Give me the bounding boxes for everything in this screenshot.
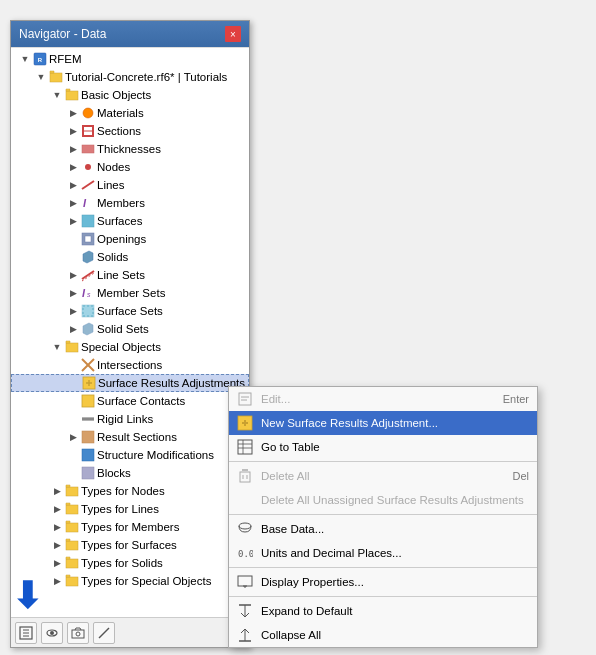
tree-item-types-nodes[interactable]: ▶ Types for Nodes bbox=[11, 482, 249, 500]
expand-thicknesses[interactable]: ▶ bbox=[67, 143, 79, 155]
context-edit-label: Edit... bbox=[261, 393, 493, 405]
context-menu-edit[interactable]: Edit... Enter bbox=[229, 387, 537, 411]
tree-area[interactable]: ▼ R RFEM ▼ Tutorial-Concrete.rf6* | Tuto… bbox=[11, 47, 249, 617]
expand-lines[interactable]: ▶ bbox=[67, 179, 79, 191]
expand-sections[interactable]: ▶ bbox=[67, 125, 79, 137]
context-separator-4 bbox=[229, 596, 537, 597]
context-menu-base-data[interactable]: Base Data... bbox=[229, 517, 537, 541]
tree-item-structure-mod[interactable]: ▶ Structure Modifications bbox=[11, 446, 249, 464]
tree-item-rigid-links[interactable]: ▶ Rigid Links bbox=[11, 410, 249, 428]
context-separator-3 bbox=[229, 567, 537, 568]
tree-item-sra[interactable]: ▶ Surface Results Adjustments bbox=[11, 374, 249, 392]
tree-item-types-lines[interactable]: ▶ Types for Lines bbox=[11, 500, 249, 518]
tree-item-linesets[interactable]: ▶ Line Sets bbox=[11, 266, 249, 284]
tutorial-label: Tutorial-Concrete.rf6* | Tutorials bbox=[65, 71, 227, 83]
context-display-label: Display Properties... bbox=[261, 576, 529, 588]
expand-linesets[interactable]: ▶ bbox=[67, 269, 79, 281]
svg-rect-3 bbox=[66, 91, 78, 100]
context-menu-new-sra[interactable]: New Surface Results Adjustment... bbox=[229, 411, 537, 435]
tree-item-tutorial[interactable]: ▼ Tutorial-Concrete.rf6* | Tutorials bbox=[11, 68, 249, 86]
expand-types-special[interactable]: ▶ bbox=[51, 575, 63, 587]
delete-icon bbox=[235, 468, 255, 484]
toolbar-camera-btn[interactable] bbox=[67, 622, 89, 644]
tree-item-basic-objects[interactable]: ▼ Basic Objects bbox=[11, 86, 249, 104]
tree-item-rfem[interactable]: ▼ R RFEM bbox=[11, 50, 249, 68]
tree-item-blocks[interactable]: ▶ Blocks bbox=[11, 464, 249, 482]
tree-item-surfacesets[interactable]: ▶ Surface Sets bbox=[11, 302, 249, 320]
tree-item-result-sections[interactable]: ▶ Result Sections bbox=[11, 428, 249, 446]
blocks-label: Blocks bbox=[97, 467, 131, 479]
svg-text:I: I bbox=[83, 197, 87, 209]
expand-icon bbox=[235, 603, 255, 619]
types-surfaces-label: Types for Surfaces bbox=[81, 539, 177, 551]
tree-item-types-special[interactable]: ▶ Types for Special Objects bbox=[11, 572, 249, 590]
base-data-icon bbox=[235, 521, 255, 537]
tree-item-intersections[interactable]: ▶ Intersections bbox=[11, 356, 249, 374]
expand-special[interactable]: ▼ bbox=[51, 341, 63, 353]
tree-item-thicknesses[interactable]: ▶ Thicknesses bbox=[11, 140, 249, 158]
lines-icon bbox=[81, 178, 95, 192]
types-special-label: Types for Special Objects bbox=[81, 575, 211, 587]
svg-line-50 bbox=[107, 628, 109, 630]
tree-item-surfaces[interactable]: ▶ Surfaces bbox=[11, 212, 249, 230]
svg-rect-67 bbox=[238, 576, 252, 586]
structure-mod-icon bbox=[81, 448, 95, 462]
tree-item-surface-contacts[interactable]: ▶ Surface Contacts bbox=[11, 392, 249, 410]
context-delete-shortcut: Del bbox=[512, 470, 529, 482]
context-menu-display-props[interactable]: Display Properties... bbox=[229, 570, 537, 594]
title-bar: Navigator - Data × bbox=[11, 21, 249, 47]
toolbar-eye-btn[interactable] bbox=[41, 622, 63, 644]
expand-basic[interactable]: ▼ bbox=[51, 89, 63, 101]
expand-types-lines[interactable]: ▶ bbox=[51, 503, 63, 515]
expand-types-nodes[interactable]: ▶ bbox=[51, 485, 63, 497]
tree-item-solids[interactable]: ▶ Solids bbox=[11, 248, 249, 266]
svg-rect-13 bbox=[85, 236, 91, 242]
tree-item-sections[interactable]: ▶ Sections bbox=[11, 122, 249, 140]
tree-item-materials[interactable]: ▶ Materials bbox=[11, 104, 249, 122]
basic-objects-icon bbox=[65, 88, 79, 102]
tree-item-solidsets[interactable]: ▶ Solid Sets bbox=[11, 320, 249, 338]
toolbar-ruler-btn[interactable] bbox=[93, 622, 115, 644]
expand-membersets[interactable]: ▶ bbox=[67, 287, 79, 299]
expand-tutorial[interactable]: ▼ bbox=[35, 71, 47, 83]
tree-item-membersets[interactable]: ▶ I s Member Sets bbox=[11, 284, 249, 302]
materials-label: Materials bbox=[97, 107, 144, 119]
expand-members[interactable]: ▶ bbox=[67, 197, 79, 209]
toolbar-navigator-btn[interactable] bbox=[15, 622, 37, 644]
expand-nodes[interactable]: ▶ bbox=[67, 161, 79, 173]
svg-rect-33 bbox=[82, 467, 94, 479]
context-menu-goto-table[interactable]: Go to Table bbox=[229, 435, 537, 459]
close-button[interactable]: × bbox=[225, 26, 241, 42]
context-menu-units[interactable]: 0.00 Units and Decimal Places... bbox=[229, 541, 537, 565]
toolbar-bottom bbox=[11, 617, 249, 647]
delete-unassigned-icon bbox=[235, 492, 255, 508]
expand-types-members[interactable]: ▶ bbox=[51, 521, 63, 533]
expand-types-surfaces[interactable]: ▶ bbox=[51, 539, 63, 551]
context-menu-delete-all[interactable]: Delete All Del bbox=[229, 464, 537, 488]
tree-item-nodes[interactable]: ▶ Nodes bbox=[11, 158, 249, 176]
svg-point-65 bbox=[239, 523, 251, 529]
svg-line-15 bbox=[82, 271, 94, 279]
expand-surfacesets[interactable]: ▶ bbox=[67, 305, 79, 317]
rfem-icon: R bbox=[33, 52, 47, 66]
tree-item-types-members[interactable]: ▶ Types for Members bbox=[11, 518, 249, 536]
tree-item-special-objects[interactable]: ▼ Special Objects bbox=[11, 338, 249, 356]
context-menu-delete-unassigned[interactable]: Delete All Unassigned Surface Results Ad… bbox=[229, 488, 537, 512]
tree-item-members[interactable]: ▶ I Members bbox=[11, 194, 249, 212]
expand-solidsets[interactable]: ▶ bbox=[67, 323, 79, 335]
expand-surfaces[interactable]: ▶ bbox=[67, 215, 79, 227]
context-menu-expand-default[interactable]: Expand to Default bbox=[229, 599, 537, 623]
expand-rfem[interactable]: ▼ bbox=[19, 53, 31, 65]
expand-materials[interactable]: ▶ bbox=[67, 107, 79, 119]
tree-item-openings[interactable]: ▶ Openings bbox=[11, 230, 249, 248]
expand-types-solids[interactable]: ▶ bbox=[51, 557, 63, 569]
expand-result-sections[interactable]: ▶ bbox=[67, 431, 79, 443]
svg-text:I: I bbox=[82, 287, 86, 299]
tree-item-lines[interactable]: ▶ Lines bbox=[11, 176, 249, 194]
tutorial-icon bbox=[49, 70, 63, 84]
context-menu-collapse-all[interactable]: Collapse All bbox=[229, 623, 537, 647]
svg-rect-39 bbox=[66, 577, 78, 586]
tree-item-types-solids[interactable]: ▶ Types for Solids bbox=[11, 554, 249, 572]
tree-item-types-surfaces[interactable]: ▶ Types for Surfaces bbox=[11, 536, 249, 554]
types-surfaces-folder-icon bbox=[65, 538, 79, 552]
